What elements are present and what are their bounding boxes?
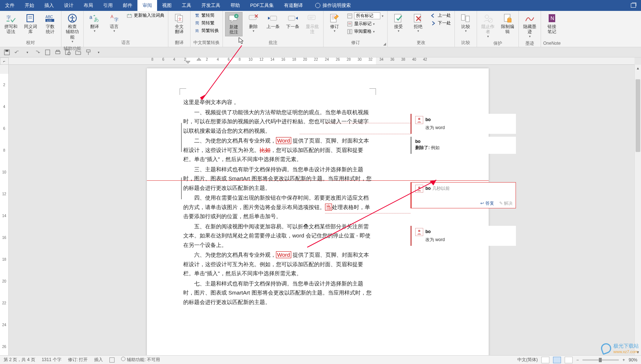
tab-邮件[interactable]: 邮件 (118, 0, 137, 11)
comment-card-active[interactable]: bo几秒以前 ↩ 答复 ✎ 解决 (410, 182, 516, 208)
reviewing-pane-button[interactable]: 审阅窗格 ▾ (345, 28, 385, 35)
full-translate-button[interactable]: 文全文 翻译 (171, 12, 188, 36)
check-a11y-button[interactable]: 检查 辅助功能▾ (64, 12, 81, 45)
simp-to-trad-button[interactable]: 简简转繁 (193, 20, 220, 27)
compare-button[interactable]: 比较▾ (457, 12, 474, 34)
doc-p4: 四、使用在需要位置出现的新按钮在中保存时间。若要更改图片适应文档的方式，请单击该… (183, 193, 372, 221)
comment-card[interactable]: bo 改为 word (410, 114, 516, 134)
view-read-icon[interactable] (541, 357, 549, 363)
comment-card[interactable]: bo 删除了: 例如 (410, 137, 516, 154)
reply-button[interactable]: ↩ 答复 (480, 200, 494, 207)
next-comment-button[interactable]: 下一条 (284, 12, 301, 30)
undo-dropdown-icon[interactable]: ▾ (24, 49, 31, 56)
group-proofing: 字拼写和语法 同义词库 ABC123字数 统计 校对 (0, 11, 61, 47)
delete-comment-button[interactable]: 删除▾ (245, 12, 262, 34)
status-a11y[interactable]: 辅助功能: 不可用 (121, 357, 160, 363)
svg-rect-36 (350, 29, 352, 34)
scroll-up-icon[interactable]: ▲ (635, 65, 641, 71)
tab-工具[interactable]: 工具 (177, 0, 196, 11)
svg-text:文: 文 (178, 17, 182, 21)
zoom-slider[interactable] (582, 359, 619, 361)
vertical-ruler[interactable]: 246810121416182022242628303234 (0, 65, 9, 355)
tab-引用[interactable]: 引用 (98, 0, 118, 11)
group-protect: 阻止作者▾ 限制编辑 保护 (477, 11, 519, 47)
next-change-button[interactable]: 下一处 (429, 20, 452, 27)
tab-视图[interactable]: 视图 (157, 0, 177, 11)
update-ime-button[interactable]: 更新输入法词典 (125, 12, 166, 19)
track-changes-button[interactable]: 修订▾ (326, 12, 343, 34)
redo-icon[interactable] (34, 49, 41, 56)
trad-to-simp-button[interactable]: 繁繁转简 (193, 12, 220, 19)
svg-rect-32 (348, 22, 352, 26)
prev-change-button[interactable]: 上一处 (429, 12, 452, 19)
new-comment-button[interactable]: +新建 批注 (225, 12, 243, 36)
simp-trad-convert-button[interactable]: 简简繁转换 (193, 27, 220, 34)
restore-icon[interactable] (631, 3, 636, 8)
zoom-out-icon[interactable]: − (576, 357, 579, 363)
spelling-button[interactable]: 字拼写和语法 (2, 12, 20, 36)
zoom-in-icon[interactable]: + (622, 357, 625, 363)
thesaurus-button[interactable]: 同义词库 (22, 12, 39, 36)
avatar-icon (415, 228, 423, 236)
tell-me[interactable]: 操作说明搜索 (315, 2, 351, 9)
restrict-editing-button[interactable]: 限制编辑 (499, 12, 516, 36)
svg-point-8 (72, 16, 73, 17)
prev-comment-button[interactable]: 上一条 (264, 12, 282, 30)
doc-p3: 三、主题和样式也有助于文档保持协调。当您单击设计并选择新的主题时，图片、图表或 … (183, 165, 372, 193)
display-for-review-select[interactable]: 所有标记▾ (345, 12, 385, 20)
status-words[interactable]: 1311 个字 (42, 357, 61, 363)
status-insert[interactable]: 插入 (94, 357, 103, 363)
zoom-level[interactable]: 90% (629, 357, 637, 363)
undo-icon[interactable] (14, 49, 20, 56)
tab-布局[interactable]: 布局 (79, 0, 98, 11)
status-track[interactable]: 修订: 打开 (68, 357, 88, 363)
scrollbar-thumb[interactable] (636, 79, 640, 152)
status-bar: 第 2 页，共 4 页 1311 个字 修订: 打开 插入 辅助功能: 不可用 … (0, 355, 641, 364)
view-print-icon[interactable] (553, 357, 561, 363)
print-preview-icon[interactable] (65, 49, 71, 56)
svg-line-43 (489, 19, 492, 22)
accept-button[interactable]: 接受▾ (390, 12, 407, 34)
status-page[interactable]: 第 2 页，共 4 页 (4, 357, 35, 363)
horizontal-ruler[interactable]: 8642246810121416182022242628303234363840… (9, 57, 634, 65)
format-painter-icon[interactable] (85, 49, 92, 56)
tab-有道翻译[interactable]: 有道翻译 (279, 0, 308, 11)
tab-开始[interactable]: 开始 (20, 0, 39, 11)
word-count-button[interactable]: ABC123字数 统计 (41, 12, 59, 36)
language-button[interactable]: A字语言▾ (105, 12, 123, 34)
show-markup-button[interactable]: 显示标记 ▾ (345, 20, 385, 27)
block-authors-button[interactable]: 阻止作者▾ (479, 12, 497, 40)
tab-开发工具[interactable]: 开发工具 (196, 0, 225, 11)
tab-审阅[interactable]: 审阅 (137, 0, 157, 11)
svg-rect-30 (348, 14, 352, 18)
tab-PDF工具集[interactable]: PDF工具集 (245, 0, 279, 11)
group-tracking: 修订▾ 所有标记▾ 显示标记 ▾ 审阅窗格 ▾ 修订 ◢ (324, 11, 388, 47)
dialog-launcher-icon[interactable]: ◢ (383, 42, 386, 46)
status-macro-icon[interactable] (109, 357, 115, 363)
linked-notes-button[interactable]: N链接 笔记 (543, 12, 561, 36)
qat-customize-icon[interactable]: ▾ (95, 49, 102, 56)
tell-me-label: 操作说明搜索 (322, 2, 351, 9)
open-icon[interactable] (75, 49, 81, 56)
vertical-scrollbar[interactable]: ▲ ▼ (634, 65, 641, 355)
svg-rect-23 (308, 15, 315, 20)
reject-button[interactable]: 拒绝▾ (409, 12, 427, 34)
tab-文件[interactable]: 文件 (0, 0, 20, 11)
print-icon[interactable] (55, 49, 61, 56)
avatar-icon (415, 116, 423, 124)
tab-帮助[interactable]: 帮助 (225, 0, 245, 11)
show-comments-button[interactable]: 显示批注 (304, 12, 321, 36)
save-icon[interactable] (4, 49, 10, 56)
tab-设计[interactable]: 设计 (59, 0, 79, 11)
resolve-button[interactable]: ✎ 解决 (499, 200, 513, 207)
new-icon[interactable] (44, 49, 51, 56)
hide-ink-button[interactable]: 隐藏墨 迹▾ (521, 12, 538, 40)
doc-p2: 二、为使您的文档具有专业外观，Word 提供了页眉、页脚、封面和文本框设计，这些… (183, 136, 372, 164)
status-lang[interactable]: 中文(简体) (517, 357, 538, 363)
translate-button[interactable]: aあ翻译▾ (86, 12, 103, 34)
comment-card[interactable]: bo 改为 word (410, 226, 516, 246)
tab-插入[interactable]: 插入 (39, 0, 59, 11)
view-web-icon[interactable] (565, 357, 573, 363)
first-line-indent-icon[interactable] (196, 57, 201, 61)
quick-access-toolbar: ▾ ▾ (0, 47, 641, 57)
